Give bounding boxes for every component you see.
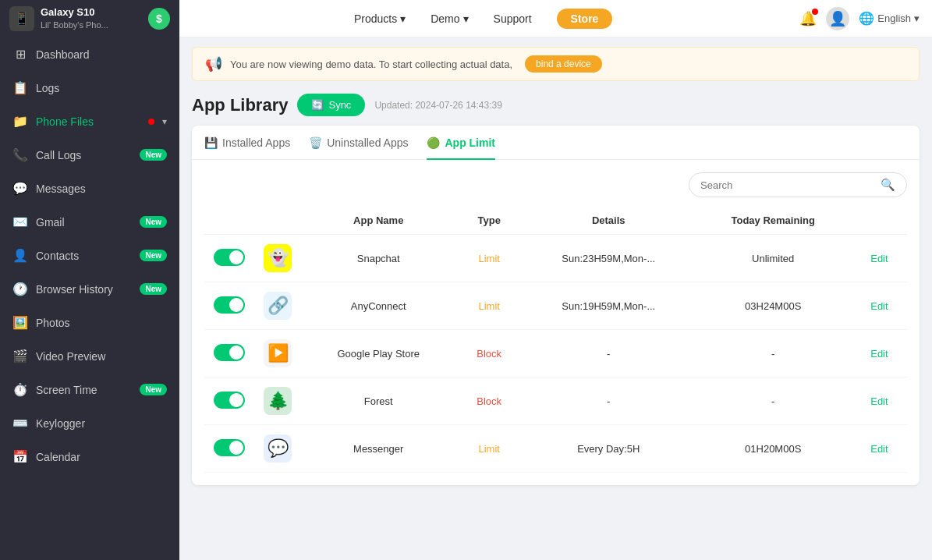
table-row: 👻 Snapchat Limit Sun:23H59M,Mon-... Unli… bbox=[204, 235, 907, 282]
app-details-cell-0: Sun:23H59M,Mon-... bbox=[523, 235, 695, 282]
app-name-cell-3: Forest bbox=[301, 377, 455, 425]
edit-button-2[interactable]: Edit bbox=[870, 348, 888, 360]
nav-support[interactable]: Support bbox=[494, 12, 532, 25]
avatar[interactable]: 👤 bbox=[826, 7, 849, 30]
col-app-name: App Name bbox=[301, 207, 455, 235]
table-row: 🌲 Forest Block - - Edit bbox=[204, 377, 907, 425]
call-logs-badge: New bbox=[140, 149, 167, 161]
bell-icon[interactable]: 🔔 bbox=[799, 10, 817, 27]
store-button[interactable]: Store bbox=[557, 9, 613, 29]
app-toggle-2[interactable] bbox=[214, 344, 245, 361]
nav-demo[interactable]: Demo ▾ bbox=[431, 12, 468, 25]
col-icon bbox=[254, 207, 301, 235]
search-box: 🔍 bbox=[689, 172, 907, 197]
search-input[interactable] bbox=[700, 179, 874, 191]
dollar-icon[interactable]: $ bbox=[148, 8, 170, 30]
nav-center: Products ▾ Demo ▾ Support Store bbox=[179, 9, 787, 29]
dashboard-icon: ⊞ bbox=[12, 47, 28, 62]
sidebar-item-video-preview[interactable]: 🎬 Video Preview bbox=[0, 339, 179, 373]
device-icon: 📱 bbox=[9, 6, 34, 31]
app-details-cell-1: Sun:19H59M,Mon-... bbox=[523, 282, 695, 330]
sidebar-item-gmail[interactable]: ✉️ Gmail New bbox=[0, 205, 179, 239]
app-remaining-cell-3: - bbox=[695, 377, 852, 425]
sidebar-item-messages[interactable]: 💬 Messages bbox=[0, 172, 179, 205]
nav-products[interactable]: Products ▾ bbox=[354, 12, 406, 25]
tab-uninstalled-apps[interactable]: 🗑️ Uninstalled Apps bbox=[309, 126, 408, 160]
sidebar-item-browser-history[interactable]: 🕐 Browser History New bbox=[0, 272, 179, 306]
app-type-cell-0: Limit bbox=[455, 235, 523, 282]
page-title: App Library bbox=[192, 95, 288, 115]
browser-history-badge: New bbox=[140, 283, 167, 295]
sidebar-item-contacts[interactable]: 👤 Contacts New bbox=[0, 239, 179, 272]
sidebar-item-screen-time[interactable]: ⏱️ Screen Time New bbox=[0, 373, 179, 406]
app-type-cell-2: Block bbox=[455, 330, 523, 377]
search-row: 🔍 bbox=[204, 172, 907, 197]
app-library-card: 💾 Installed Apps 🗑️ Uninstalled Apps 🟢 A… bbox=[192, 126, 920, 485]
app-details-cell-2: - bbox=[523, 330, 695, 377]
sidebar-item-logs[interactable]: 📋 Logs bbox=[0, 71, 179, 105]
app-toggle-0[interactable] bbox=[214, 249, 245, 266]
app-limit-icon: 🟢 bbox=[427, 136, 440, 149]
edit-button-4[interactable]: Edit bbox=[870, 443, 888, 455]
tab-bar: 💾 Installed Apps 🗑️ Uninstalled Apps 🟢 A… bbox=[192, 126, 920, 160]
col-remaining: Today Remaining bbox=[695, 207, 852, 235]
phone-files-dot bbox=[148, 119, 154, 125]
screen-time-icon: ⏱️ bbox=[12, 382, 28, 397]
video-preview-icon: 🎬 bbox=[12, 349, 28, 363]
globe-icon: 🌐 bbox=[859, 11, 874, 26]
bind-device-button[interactable]: bind a device bbox=[525, 55, 602, 73]
app-remaining-cell-2: - bbox=[695, 330, 852, 377]
uninstalled-apps-icon: 🗑️ bbox=[309, 136, 322, 149]
tab-app-limit[interactable]: 🟢 App Limit bbox=[427, 126, 495, 160]
app-remaining-cell-0: Unlimited bbox=[695, 235, 852, 282]
products-chevron-icon: ▾ bbox=[400, 12, 406, 25]
screen-time-badge: New bbox=[140, 384, 167, 395]
app-name-cell-2: Google Play Store bbox=[301, 330, 455, 377]
app-limit-table: App Name Type Details Today Remaining 👻 … bbox=[204, 207, 907, 473]
sidebar-item-calendar[interactable]: 📅 Calendar bbox=[0, 440, 179, 473]
edit-button-1[interactable]: Edit bbox=[870, 300, 888, 312]
app-name-cell-0: Snapchat bbox=[301, 235, 455, 282]
device-info: Galaxy S10 Lil' Bobby's Pho... bbox=[41, 6, 108, 30]
demo-chevron-icon: ▾ bbox=[463, 12, 469, 25]
messages-icon: 💬 bbox=[12, 181, 28, 196]
app-name-cell-1: AnyConnect bbox=[301, 282, 455, 330]
sync-button[interactable]: 🔄 Sync bbox=[297, 94, 365, 116]
updated-timestamp: Updated: 2024-07-26 14:43:39 bbox=[374, 100, 501, 111]
logs-icon: 📋 bbox=[12, 80, 28, 95]
language-selector[interactable]: 🌐 English ▾ bbox=[859, 11, 920, 26]
banner-icon: 📢 bbox=[205, 55, 222, 73]
main-layout: ⊞ Dashboard 📋 Logs 📁 Phone Files ▾ 📞 Cal… bbox=[0, 37, 932, 560]
device-sub: Lil' Bobby's Pho... bbox=[41, 19, 108, 30]
device-panel: 📱 Galaxy S10 Lil' Bobby's Pho... $ bbox=[0, 0, 179, 37]
photos-icon: 🖼️ bbox=[12, 315, 28, 330]
sync-icon: 🔄 bbox=[311, 99, 324, 111]
bell-dot bbox=[812, 9, 818, 15]
app-icon-0: 👻 bbox=[264, 244, 292, 272]
sidebar-item-keylogger[interactable]: ⌨️ Keylogger bbox=[0, 406, 179, 440]
sidebar-item-call-logs[interactable]: 📞 Call Logs New bbox=[0, 138, 179, 172]
table-row: 🔗 AnyConnect Limit Sun:19H59M,Mon-... 03… bbox=[204, 282, 907, 330]
table-row: 💬 Messenger Limit Every Day:5H 01H20M00S… bbox=[204, 425, 907, 473]
app-toggle-1[interactable] bbox=[214, 296, 245, 314]
edit-button-0[interactable]: Edit bbox=[870, 253, 888, 264]
top-nav: 📱 Galaxy S10 Lil' Bobby's Pho... $ Produ… bbox=[0, 0, 932, 37]
phone-files-chevron-icon: ▾ bbox=[162, 116, 167, 127]
app-remaining-cell-1: 03H24M00S bbox=[695, 282, 852, 330]
contacts-badge: New bbox=[140, 250, 167, 261]
gmail-badge: New bbox=[140, 216, 167, 228]
sidebar-item-phone-files[interactable]: 📁 Phone Files ▾ bbox=[0, 105, 179, 138]
col-type: Type bbox=[455, 207, 523, 235]
installed-apps-icon: 💾 bbox=[204, 136, 218, 149]
app-toggle-4[interactable] bbox=[214, 439, 245, 456]
contacts-icon: 👤 bbox=[12, 248, 28, 263]
sidebar-item-photos[interactable]: 🖼️ Photos bbox=[0, 306, 179, 339]
tab-installed-apps[interactable]: 💾 Installed Apps bbox=[204, 126, 290, 160]
keylogger-icon: ⌨️ bbox=[12, 416, 28, 431]
edit-button-3[interactable]: Edit bbox=[870, 395, 888, 407]
col-details: Details bbox=[523, 207, 695, 235]
sidebar: ⊞ Dashboard 📋 Logs 📁 Phone Files ▾ 📞 Cal… bbox=[0, 37, 179, 560]
col-actions bbox=[852, 207, 907, 235]
sidebar-item-dashboard[interactable]: ⊞ Dashboard bbox=[0, 37, 179, 71]
app-toggle-3[interactable] bbox=[214, 392, 245, 409]
